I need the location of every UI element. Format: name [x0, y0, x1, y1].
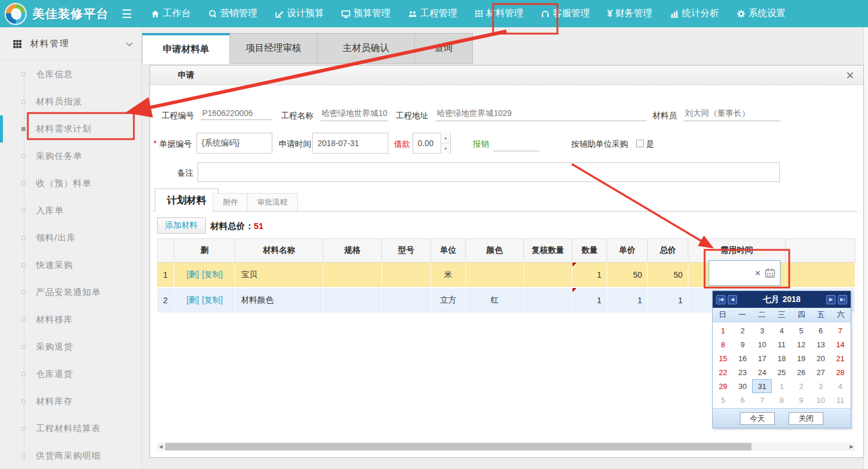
calendar-day[interactable]: 2	[792, 379, 811, 393]
sidebar-header[interactable]: 材料管理	[0, 27, 141, 61]
calendar-day-selected[interactable]: 31	[752, 379, 772, 393]
sidebar-item[interactable]: 领料/出库	[0, 224, 141, 252]
sidebar-item[interactable]: 材料库存	[0, 388, 141, 415]
horizontal-scrollbar[interactable]: ◀ ▶	[157, 442, 855, 451]
calendar-prev-button[interactable]: ◀	[728, 295, 737, 304]
scroll-left-icon[interactable]: ◀	[157, 442, 165, 451]
calendar-day[interactable]: 1	[713, 323, 733, 337]
add-material-button[interactable]: 添加材料	[157, 217, 206, 234]
calendar-day[interactable]: 23	[733, 365, 753, 379]
calendar-day[interactable]: 30	[733, 379, 753, 393]
tab-apply-material[interactable]: 申请材料单	[142, 33, 230, 64]
calendar-day[interactable]: 4	[772, 323, 792, 337]
cell-qty[interactable]: 1	[572, 288, 607, 312]
nav-item-budget[interactable]: 预算管理	[341, 8, 391, 20]
calendar-day[interactable]: 2	[733, 323, 753, 337]
calendar-close-button[interactable]: 关闭	[789, 412, 823, 425]
calendar-day[interactable]: 5	[792, 323, 811, 337]
sidebar-item[interactable]: 产品安装通知单	[0, 279, 141, 306]
apply-time-input[interactable]	[312, 133, 388, 154]
calendar-day[interactable]: 3	[752, 323, 772, 337]
calendar-day[interactable]: 3	[811, 379, 831, 393]
tab-query[interactable]: 查询	[415, 33, 473, 64]
calendar-day[interactable]: 16	[733, 351, 753, 365]
calendar-day[interactable]: 8	[713, 337, 733, 351]
calendar-day[interactable]: 9	[733, 337, 753, 351]
calendar-last-button[interactable]: ▶|	[838, 295, 847, 304]
calendar-day[interactable]: 11	[772, 337, 792, 351]
calendar-day[interactable]: 26	[792, 365, 811, 379]
nav-item-design-budget[interactable]: 设计预算	[275, 8, 324, 20]
calendar-first-button[interactable]: |◀	[716, 295, 725, 304]
reimburse-input[interactable]	[493, 141, 539, 151]
calendar-day[interactable]: 24	[752, 365, 772, 379]
calendar-day[interactable]: 13	[811, 337, 831, 351]
delete-link[interactable]: [删]	[187, 295, 199, 306]
calendar-year[interactable]: 2018	[782, 295, 800, 304]
calendar-day[interactable]: 4	[830, 379, 850, 393]
subtab-plan-material[interactable]: 计划材料	[155, 188, 218, 212]
hamburger-menu-icon[interactable]: ☰	[122, 7, 132, 21]
calendar-icon[interactable]	[764, 267, 776, 279]
calendar-day[interactable]: 14	[830, 337, 850, 351]
calendar-day[interactable]: 10	[752, 337, 772, 351]
calendar-day[interactable]: 21	[830, 351, 850, 365]
calendar-day[interactable]: 10	[811, 393, 831, 407]
nav-item-material[interactable]: 材料管理	[475, 8, 523, 20]
calendar-month[interactable]: 七月	[763, 295, 779, 304]
sidebar-item[interactable]: 材料需求计划	[0, 115, 141, 143]
copy-link[interactable]: [复制]	[202, 270, 223, 280]
tab-pm-review[interactable]: 项目经理审核	[230, 33, 318, 64]
calendar-day[interactable]: 18	[772, 351, 792, 365]
subtab-approval-flow[interactable]: 审批流程	[247, 193, 298, 212]
sidebar-item[interactable]: 仓库退货	[0, 361, 141, 388]
calendar-day[interactable]: 20	[811, 351, 831, 365]
spinner-up-icon[interactable]: ▲	[441, 133, 450, 144]
calendar-day[interactable]: 5	[713, 393, 733, 407]
aux-unit-checkbox[interactable]	[636, 140, 644, 147]
delete-link[interactable]: [删]	[187, 270, 199, 280]
page-scrollbar-rail[interactable]	[863, 27, 868, 469]
remark-input[interactable]	[198, 162, 780, 182]
nav-item-service[interactable]: 客服管理	[541, 8, 590, 20]
sidebar-item[interactable]: 收（预）料单	[0, 170, 141, 197]
sidebar-item[interactable]: 材料移库	[0, 306, 141, 333]
calendar-day[interactable]: 17	[752, 351, 772, 365]
nav-item-workbench[interactable]: 工作台	[151, 8, 191, 20]
cell-price[interactable]: 1	[607, 288, 648, 312]
scroll-right-icon[interactable]: ▶	[848, 442, 855, 451]
sidebar-item[interactable]: 工程材料结算表	[0, 415, 141, 442]
calendar-day[interactable]: 6	[733, 393, 753, 407]
calendar-day[interactable]: 19	[792, 351, 811, 365]
sidebar-item[interactable]: 材料员指派	[0, 88, 141, 115]
calendar-today-button[interactable]: 今天	[740, 412, 775, 425]
calendar-day[interactable]: 7	[830, 323, 850, 337]
nav-item-finance[interactable]: ¥ 财务管理	[607, 8, 652, 20]
calendar-next-button[interactable]: ▶	[826, 295, 836, 304]
spinner-down-icon[interactable]: ▼	[441, 144, 450, 154]
subtab-attachment[interactable]: 附件	[213, 193, 249, 212]
tab-material-confirm[interactable]: 主材员确认	[318, 33, 415, 64]
calendar-day[interactable]: 9	[792, 393, 811, 407]
copy-link[interactable]: [复制]	[202, 295, 223, 306]
calendar-day[interactable]: 25	[772, 365, 792, 379]
sidebar-item[interactable]: 快速采购	[0, 252, 141, 279]
calendar-day[interactable]: 1	[772, 379, 792, 393]
doc-no-input[interactable]	[196, 133, 272, 154]
cell-price[interactable]: 50	[607, 263, 648, 287]
nav-item-stats[interactable]: 统计分析	[670, 8, 719, 20]
sidebar-item[interactable]: 入库单	[0, 197, 141, 224]
sidebar-item[interactable]: 仓库信息	[0, 61, 141, 88]
scrollbar-thumb[interactable]	[165, 443, 752, 450]
nav-item-project[interactable]: 工程管理	[408, 8, 457, 20]
calendar-day[interactable]: 29	[713, 379, 733, 393]
sidebar-item[interactable]: 采购任务单	[0, 143, 141, 170]
calendar-day[interactable]: 12	[792, 337, 811, 351]
sidebar-item[interactable]: 采购退货	[0, 333, 141, 361]
cell-qty[interactable]: 1	[572, 263, 607, 287]
calendar-day[interactable]: 27	[811, 365, 831, 379]
calendar-day[interactable]: 6	[811, 323, 831, 337]
sidebar-item[interactable]: 供货商采购明细	[0, 442, 141, 469]
calendar-day[interactable]: 8	[772, 393, 792, 407]
nav-item-marketing[interactable]: 营销管理	[208, 8, 257, 20]
